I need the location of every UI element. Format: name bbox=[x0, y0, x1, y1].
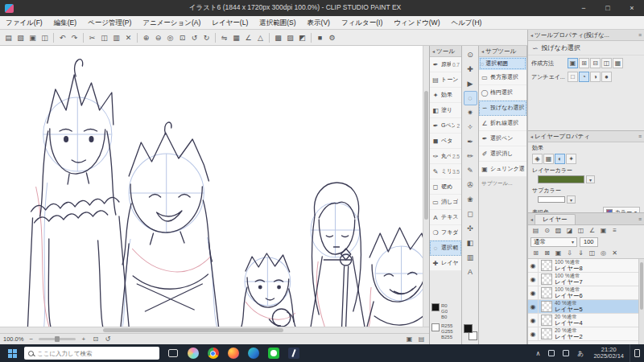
layer-mask-icon[interactable]: ◫ bbox=[576, 226, 586, 235]
subtool-layer-move[interactable]: ✚ レイヤー bbox=[430, 256, 461, 271]
aa-none-option[interactable]: □ bbox=[568, 72, 578, 82]
sub-color-dropdown-icon[interactable]: ▾ bbox=[567, 195, 576, 204]
open-file-button[interactable]: ▧ bbox=[14, 31, 27, 44]
canvas-zoom-in-icon[interactable]: + bbox=[79, 335, 88, 343]
apply-mask-icon[interactable]: ◎ bbox=[598, 249, 609, 257]
layer-opacity-field[interactable]: 100 bbox=[580, 237, 598, 247]
lasso-select[interactable]: ∽ 投げなわ選択 bbox=[479, 101, 526, 116]
subtool-selection[interactable]: ◌ 選択範囲 bbox=[430, 241, 461, 256]
menu-item[interactable]: フィルター(I) bbox=[336, 16, 388, 30]
separator[interactable] bbox=[213, 31, 218, 44]
edge-button[interactable] bbox=[243, 344, 263, 362]
reset-rotation-icon[interactable]: ↺ bbox=[103, 335, 112, 343]
layer-search-icon[interactable]: ⊙ bbox=[542, 226, 552, 235]
text-tool[interactable]: A bbox=[464, 265, 477, 279]
panel-menu-icon[interactable]: ≡ bbox=[638, 134, 642, 139]
layer-row[interactable]: ◉ 100 %通常 レイヤー7 bbox=[528, 273, 638, 286]
menu-item[interactable]: ファイル(F) bbox=[0, 16, 48, 30]
subtool-maru-pen[interactable]: ✑ 丸ペン 2.5 bbox=[430, 149, 461, 164]
menu-item[interactable]: ウィンドウ(W) bbox=[388, 16, 445, 30]
operation-tool[interactable]: ▶ bbox=[464, 76, 477, 91]
multiply-selection-option[interactable]: ◫ bbox=[601, 58, 612, 68]
auto-select-tool[interactable]: ✷ bbox=[464, 105, 477, 120]
subtool-genkou-pen[interactable]: ✒ 原稿ペン 0.7 bbox=[430, 57, 461, 72]
decoration-tool[interactable]: ❀ bbox=[464, 192, 477, 207]
zoom-out-button[interactable]: ⊖ bbox=[152, 31, 164, 44]
shrink-select[interactable]: ▣ シュリンク選択 bbox=[479, 162, 526, 177]
canvas-zoom-out-icon[interactable]: − bbox=[27, 335, 35, 343]
zoom-tool[interactable]: ⊙ bbox=[464, 47, 477, 62]
layer-thumbnail[interactable] bbox=[541, 287, 552, 298]
firefox-button[interactable] bbox=[223, 344, 243, 362]
layer-row[interactable]: ◉ 40 %通常 レイヤー5 bbox=[528, 300, 638, 314]
layer-visibility-eye-icon[interactable]: ◉ bbox=[528, 300, 539, 314]
tab-layers[interactable]: レイヤー bbox=[535, 214, 576, 224]
snap-ruler-button[interactable]: ∠ bbox=[242, 31, 254, 44]
panel-menu-icon[interactable]: ≡ bbox=[638, 216, 642, 222]
fill-tool[interactable]: ◧ bbox=[464, 236, 477, 250]
separator[interactable] bbox=[308, 31, 314, 44]
menu-item[interactable]: ヘルプ(H) bbox=[445, 16, 487, 30]
ime-indicator[interactable]: あ bbox=[573, 344, 588, 362]
aa-middle-option[interactable]: ◑ bbox=[590, 72, 601, 82]
layer-filter-icon[interactable]: ▤ bbox=[530, 226, 541, 235]
scrollbar-handle[interactable] bbox=[424, 91, 428, 220]
layer-row[interactable]: ◉ 100 %通常 レイヤー8 bbox=[528, 259, 638, 273]
move-tool[interactable]: ✚ bbox=[464, 62, 477, 76]
aa-strong-option[interactable]: ● bbox=[601, 72, 612, 82]
menu-item[interactable]: レイヤー(L) bbox=[206, 16, 254, 30]
ellipse-select[interactable]: ◯ 楕円選択 bbox=[479, 85, 526, 101]
tone-effect-option[interactable]: ▦ bbox=[543, 154, 554, 164]
taskbar-search[interactable] bbox=[24, 347, 159, 360]
search-input[interactable] bbox=[37, 350, 155, 357]
scrollbar-handle[interactable] bbox=[103, 328, 283, 332]
close-button[interactable]: × bbox=[620, 0, 644, 16]
select-pen[interactable]: ✒ 選択ペン bbox=[479, 131, 526, 146]
layer-thumbnail[interactable] bbox=[541, 328, 552, 339]
layer-lock-icon[interactable]: ▨ bbox=[553, 226, 564, 235]
layer-ruler-icon[interactable]: ∠ bbox=[587, 226, 597, 235]
layer-visibility-eye-icon[interactable]: ◉ bbox=[528, 259, 539, 273]
eraser-tool[interactable]: ◻ bbox=[464, 207, 477, 221]
layer-color-swatch[interactable] bbox=[538, 175, 584, 183]
rotate-left-button[interactable]: ↺ bbox=[188, 31, 200, 44]
collapse-icon[interactable]: ◂ bbox=[481, 48, 484, 54]
hidden-icons-chevron[interactable]: ∧ bbox=[531, 344, 544, 362]
subtool-footer[interactable]: サブツール... bbox=[479, 177, 526, 191]
snap-grid-button[interactable]: △ bbox=[254, 31, 266, 44]
subtool-group-selection[interactable]: ◌ 選択範囲 bbox=[479, 57, 526, 70]
subtool-eraser[interactable]: ▭ 消しゴム bbox=[430, 195, 461, 210]
collapse-icon[interactable]: ◂ bbox=[530, 134, 533, 139]
eyedropper-tool[interactable]: ✧ bbox=[464, 120, 477, 134]
canvas-horizontal-scrollbar[interactable] bbox=[0, 327, 429, 333]
subtool-effect[interactable]: ✦ 効果 bbox=[430, 88, 461, 103]
main-color-swatch[interactable] bbox=[464, 324, 473, 333]
maximize-button[interactable]: □ bbox=[596, 0, 620, 16]
delete-button[interactable]: ✕ bbox=[122, 31, 134, 44]
brush-tool[interactable]: ✎ bbox=[464, 163, 477, 178]
layers-scrollbar[interactable] bbox=[638, 259, 644, 344]
aa-weak-option[interactable]: ◔ bbox=[579, 72, 589, 82]
separator[interactable] bbox=[134, 31, 140, 44]
border-effect-option[interactable]: ◈ bbox=[532, 154, 543, 164]
transfer-down-icon[interactable]: ⇩ bbox=[564, 249, 575, 257]
gradient-tool[interactable]: ▥ bbox=[464, 250, 477, 265]
subtool-tone[interactable]: ▤ トーン bbox=[430, 72, 461, 88]
layer-visibility-eye-icon[interactable]: ◉ bbox=[528, 273, 539, 286]
select-all-button[interactable]: ▩ bbox=[272, 31, 284, 44]
blend-tool[interactable]: ✣ bbox=[464, 221, 477, 236]
new-layer-icon[interactable]: ⊞ bbox=[530, 249, 541, 257]
sub-color-swatch[interactable] bbox=[538, 196, 565, 203]
pencil-tool[interactable]: ✏ bbox=[464, 149, 477, 163]
new-folder-icon[interactable]: ▣ bbox=[553, 249, 564, 257]
palette-dock-icon[interactable]: ▤ bbox=[417, 335, 426, 343]
grid-button[interactable]: ▦ bbox=[230, 31, 242, 44]
taskbar-clock[interactable]: 21:20 2025/02/14 bbox=[588, 344, 630, 362]
blend-mode-dropdown[interactable]: 通常 ▾ bbox=[530, 237, 577, 247]
separator[interactable] bbox=[266, 31, 272, 44]
paste-button[interactable]: ▥ bbox=[110, 31, 122, 44]
new-selection-option[interactable]: ▣ bbox=[568, 58, 578, 68]
canvas-zoom-slider[interactable] bbox=[39, 338, 76, 340]
panel-menu-icon[interactable]: ≡ bbox=[638, 32, 642, 38]
pen-tool[interactable]: ✒ bbox=[464, 134, 477, 149]
